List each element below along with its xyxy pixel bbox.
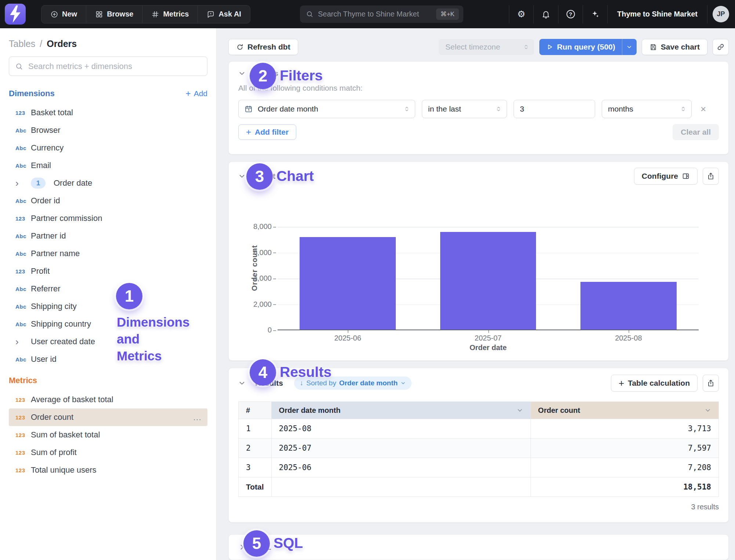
sidebar-item-label: Sum of profit [31, 448, 202, 457]
explore-sidebar: Tables / Orders Dimensions + Add 123Bask… [0, 28, 217, 560]
sidebar-item-label: Basket total [31, 108, 202, 117]
order-date-month-cell[interactable]: 2025-08 [271, 419, 531, 439]
sidebar-item-user-id[interactable]: AbcUser id [9, 350, 207, 368]
sidebar-item-order-id[interactable]: AbcOrder id [9, 192, 207, 210]
chart-plot-area [278, 227, 699, 330]
nav-item-browse[interactable]: Browse [86, 6, 142, 23]
export-chart-button[interactable] [703, 168, 719, 185]
nav-item-new[interactable]: New [41, 6, 86, 23]
sidebar-item-referrer[interactable]: AbcReferrer [9, 280, 207, 298]
collapse-results-chevron[interactable] [238, 379, 246, 387]
chart-bar-2025-06[interactable] [300, 237, 396, 330]
sidebar-item-shipping-country[interactable]: AbcShipping country [9, 315, 207, 333]
app-logo[interactable] [5, 4, 26, 25]
sidebar-item-profit[interactable]: 123Profit [9, 262, 207, 280]
fields-search[interactable] [9, 57, 207, 76]
order-date-month-cell[interactable]: 2025-06 [271, 458, 531, 477]
metrics-list: 123Average of basket total123Order count… [9, 391, 207, 479]
user-avatar[interactable]: JP [713, 6, 729, 22]
collapse-chart-chevron[interactable] [238, 172, 246, 180]
sidebar-item-partner-commission[interactable]: 123Partner commission [9, 210, 207, 227]
sidebar-item-sum-of-profit[interactable]: 123Sum of profit [9, 444, 207, 461]
sorted-by-pill[interactable]: ↓ Sorted by Order date month [294, 377, 412, 390]
chart-bar-2025-08[interactable] [580, 282, 677, 330]
share-link-button[interactable] [713, 39, 729, 55]
ai-assistant-button[interactable] [583, 5, 608, 23]
play-icon [546, 43, 553, 51]
filter-operator-select[interactable]: in the last [422, 100, 507, 118]
avatar-initials: JP [717, 10, 725, 18]
filters-panel-title: Filters [255, 69, 278, 78]
table-row[interactable]: 12025-083,713 [239, 419, 719, 439]
item-menu-button[interactable]: … [193, 412, 202, 422]
table-row[interactable]: 32025-067,208 [239, 458, 719, 477]
org-switcher[interactable]: Thyme to Shine Market [608, 5, 707, 23]
panel-right-icon [682, 172, 690, 180]
nav-item-ask-ai[interactable]: Ask AI [198, 6, 250, 23]
breadcrumb-tables-link[interactable]: Tables [9, 39, 35, 49]
clear-all-filters-button[interactable]: Clear all [673, 124, 719, 140]
table-row[interactable]: 22025-077,597 [239, 439, 719, 458]
sidebar-item-total-unique-users[interactable]: 123Total unique users [9, 461, 207, 479]
run-query-options-button[interactable] [622, 39, 637, 55]
save-chart-label: Save chart [661, 43, 700, 51]
order-date-month-cell[interactable]: 2025-07 [271, 439, 531, 458]
number-type-icon: 123 [15, 110, 28, 116]
sidebar-item-order-count[interactable]: 123Order count… [9, 408, 207, 426]
sidebar-item-currency[interactable]: AbcCurrency [9, 139, 207, 157]
help-button[interactable]: ? [558, 5, 583, 23]
row-number-cell: 3 [239, 458, 272, 477]
sidebar-item-shipping-city[interactable]: AbcShipping city [9, 298, 207, 315]
expand-sql-chevron[interactable] [238, 543, 246, 551]
collapse-filters-chevron[interactable] [238, 70, 246, 77]
save-chart-button[interactable]: Save chart [642, 39, 707, 55]
x-axis-title: Order date [278, 343, 699, 352]
order-count-cell[interactable]: 7,597 [531, 439, 718, 458]
run-query-button[interactable]: Run query (500) [539, 39, 622, 55]
remove-filter-button[interactable]: × [700, 103, 706, 115]
filter-condition-text: All of the following conditions match: [238, 84, 719, 92]
sidebar-item-partner-name[interactable]: AbcPartner name [9, 245, 207, 262]
sidebar-item-partner-id[interactable]: AbcPartner id [9, 227, 207, 245]
refresh-dbt-button[interactable]: Refresh dbt [228, 39, 298, 55]
string-type-icon: Abc [15, 127, 28, 134]
sidebar-item-average-of-basket-total[interactable]: 123Average of basket total [9, 391, 207, 408]
timezone-select[interactable]: Select timezone [439, 39, 534, 55]
notifications-button[interactable] [534, 5, 558, 23]
fields-search-input[interactable] [23, 62, 201, 71]
sidebar-item-email[interactable]: AbcEmail [9, 157, 207, 174]
number-type-icon: 123 [15, 215, 28, 222]
table-calculation-button[interactable]: + Table calculation [611, 375, 698, 392]
string-type-icon: Abc [15, 145, 28, 151]
filter-unit-select[interactable]: months [602, 100, 692, 118]
export-results-button[interactable] [703, 375, 719, 392]
filter-value-input[interactable] [514, 100, 595, 118]
sidebar-item-basket-total[interactable]: 123Basket total [9, 104, 207, 121]
sidebar-item-sum-of-basket-total[interactable]: 123Sum of basket total [9, 426, 207, 444]
add-dimension-button[interactable]: + Add [186, 89, 207, 98]
org-name: Thyme to Shine Market [617, 10, 698, 18]
global-search-input[interactable] [314, 10, 436, 18]
global-search[interactable]: ⌘+K [300, 6, 463, 23]
filter-field-select[interactable]: Order date month [238, 100, 415, 118]
order-count-cell[interactable]: 7,208 [531, 458, 718, 477]
number-type-icon: 123 [15, 432, 28, 438]
chart-bar-2025-07[interactable] [440, 232, 536, 330]
run-query-split-button: Run query (500) [539, 39, 637, 55]
box-arrow-up-icon [707, 172, 715, 180]
column-header-order-date-month[interactable]: Order date month [271, 402, 531, 419]
order-count-cell[interactable]: 3,713 [531, 419, 718, 439]
nav-item-metrics[interactable]: Metrics [142, 6, 198, 23]
sidebar-item-label: Order id [31, 196, 202, 206]
settings-button[interactable]: ⚙ [509, 5, 534, 23]
box-arrow-up-icon [707, 379, 715, 387]
link-icon [717, 43, 725, 51]
sidebar-item-user-created-date[interactable]: ›User created date [9, 333, 207, 350]
column-header-label: Order date month [279, 406, 341, 415]
string-type-icon: Abc [15, 198, 28, 204]
sidebar-item-browser[interactable]: AbcBrowser [9, 121, 207, 139]
column-header-order-count[interactable]: Order count [531, 402, 718, 419]
sidebar-item-order-date[interactable]: ›1Order date [9, 174, 207, 192]
add-filter-button[interactable]: + Add filter [238, 124, 296, 140]
configure-chart-button[interactable]: Configure [634, 168, 698, 185]
